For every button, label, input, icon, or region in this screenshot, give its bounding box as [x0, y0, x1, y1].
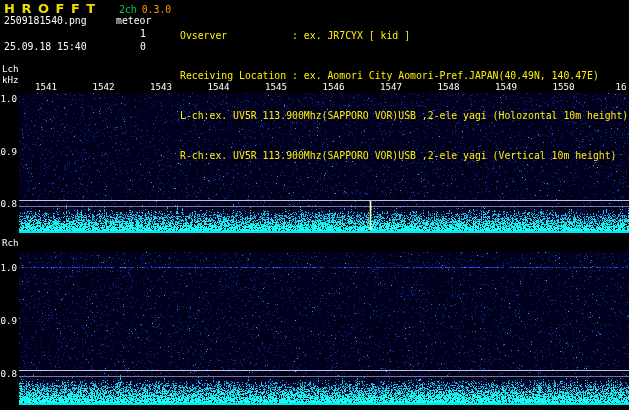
time-tick-label: 1548 — [437, 81, 459, 92]
time-tick-label: 1544 — [207, 81, 229, 92]
meteor-counter-label: meteor — [116, 15, 151, 26]
observer-line: Ovserver : ex. JR7CYX [ kid ] — [180, 29, 628, 42]
timestamp-label: 25.09.18 15:40 — [4, 41, 87, 52]
time-tick-label: 1547 — [380, 81, 402, 92]
time-tick-label: 1541 — [35, 81, 57, 92]
output-filename: 2509181540.png — [4, 15, 87, 26]
freq-tick-label: 0.8 — [0, 368, 17, 379]
time-axis: 1541154215431544154515461547154815491550… — [0, 81, 629, 92]
khz-unit-label: kHz — [2, 74, 19, 85]
freq-tick-label: 0.8 — [0, 198, 17, 209]
station-info-block: Ovserver : ex. JR7CYX [ kid ] Receiving … — [180, 2, 628, 190]
freq-tick-label: 0.9 — [0, 146, 17, 157]
hrofft-screen: H R O F F T 2ch0.3.0 2509181540.png mete… — [0, 0, 629, 410]
freq-tick-label: 1.0 — [0, 93, 17, 104]
time-tick-label: 1546 — [322, 81, 344, 92]
time-tick-label: 1542 — [92, 81, 114, 92]
freq-tick-label: 1.0 — [0, 262, 17, 273]
meteor-count-rch: 0 — [130, 41, 146, 52]
time-tick-label: 1545 — [265, 81, 287, 92]
time-tick-label: 1550 — [552, 81, 574, 92]
time-tick-label: 1549 — [495, 81, 517, 92]
version-channels: 2ch — [119, 4, 137, 15]
rch-panel-label: Rch — [2, 237, 19, 248]
freq-tick-label: 0.9 — [0, 315, 17, 326]
rch-config-line: R-ch:ex. UV5R 113.900Mhz(SAPPORO VOR)USB… — [180, 149, 628, 162]
version-label: 2ch0.3.0 — [119, 4, 171, 15]
version-number: 0.3.0 — [142, 4, 172, 15]
time-tick-label: 16 — [615, 81, 626, 92]
time-tick-label: 1543 — [150, 81, 172, 92]
lch-config-line: L-ch:ex. UV5R 113.900Mhz(SAPPORO VOR)USB… — [180, 109, 628, 122]
app-logo: H R O F F T — [4, 1, 96, 16]
meteor-count-lch: 1 — [130, 28, 146, 39]
lch-panel-label: Lch — [2, 63, 19, 74]
